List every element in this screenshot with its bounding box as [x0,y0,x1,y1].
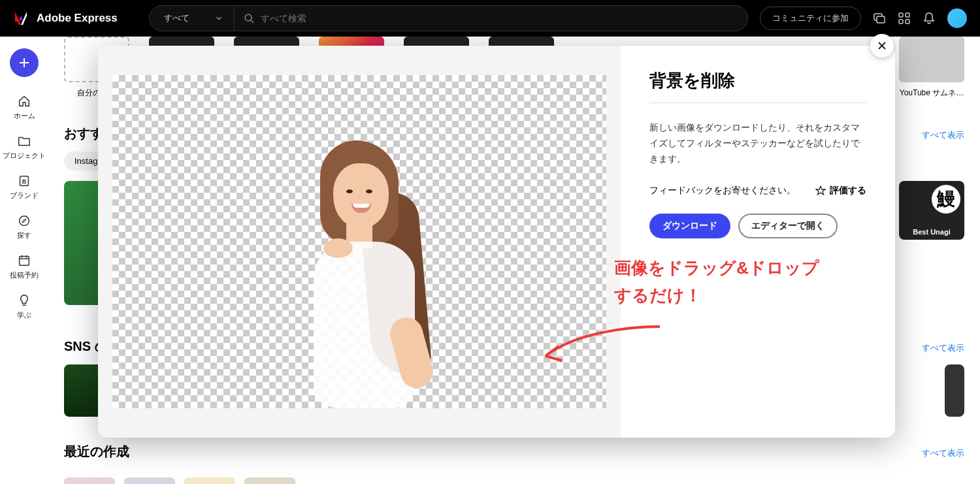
unagi-badge: 鰻 [932,185,960,214]
brand-icon: B [17,174,31,188]
search-bar: すべて [149,5,748,31]
new-button[interactable] [10,48,39,77]
chevron-down-icon [216,15,222,22]
unagi-caption: Best Unagi [913,228,950,236]
search-input-wrap [235,13,747,24]
person-cutout [287,127,431,408]
sidebar-item-label: プロジェクト [3,151,46,161]
view-all-link[interactable]: すべて表示 [922,129,964,141]
search-scope-label: すべて [164,12,189,24]
svg-rect-6 [899,20,903,24]
sidebar-item-label: ホーム [14,111,35,121]
sidebar-item-label: 学ぶ [17,310,31,320]
brand-logo[interactable]: Adobe Express [13,10,118,26]
adobe-logo-icon [13,10,29,26]
modal-title: 背景を削除 [649,69,866,92]
svg-line-1 [251,20,253,23]
recent-row [64,477,964,484]
join-community-button[interactable]: コミュニティに参加 [760,7,861,30]
open-in-editor-button[interactable]: エディターで開く [738,214,838,238]
lightbulb-icon [17,293,31,308]
sidebar-item-home[interactable]: ホーム [0,89,48,126]
sidebar-item-explore[interactable]: 探す [0,208,48,246]
sidebar-item-projects[interactable]: プロジェクト [0,129,48,166]
sidebar-item-brand[interactable]: B ブランド [0,169,48,206]
remove-background-modal: 背景を削除 新しい画像をダウンロードしたり、それをカスタマイズしてフィルターやス… [98,46,895,438]
template-card[interactable] [64,364,103,417]
svg-rect-5 [906,13,909,17]
template-youtube[interactable]: YouTube サムネ… [899,37,964,99]
home-icon [17,94,31,108]
folder-icon [17,134,31,148]
notifications-icon[interactable] [923,12,936,25]
sidebar-item-learn[interactable]: 学ぶ [0,288,48,325]
template-thumb [899,37,964,82]
view-all-link[interactable]: すべて表示 [922,342,964,354]
sidebar-item-label: 探す [17,231,31,240]
sidebar-item-label: ブランド [10,191,39,201]
divider [649,103,866,103]
compass-icon [17,214,31,228]
top-bar: Adobe Express すべて コミュニティに参加 [0,0,980,37]
chat-icon[interactable] [873,12,886,25]
template-card[interactable]: 鰻 Best Unagi [899,181,964,240]
sidebar-item-label: 投稿予約 [10,270,39,280]
svg-point-0 [245,14,252,21]
recent-card[interactable] [124,477,175,484]
star-icon [815,186,826,196]
section-title-recommend: おすす [64,125,103,142]
svg-point-12 [20,216,29,226]
apps-grid-icon[interactable] [898,12,911,25]
recent-card[interactable] [244,477,295,484]
view-all-link[interactable]: すべて表示 [922,447,964,459]
modal-preview-area[interactable] [98,46,621,438]
svg-rect-13 [20,257,29,266]
rate-label: 評価する [830,185,866,197]
feedback-prompt: フィードバックをお寄せください。 [649,185,796,197]
sidebar: ホーム プロジェクト B ブランド 探す 投稿予約 学ぶ [0,37,48,484]
download-button[interactable]: ダウンロード [649,214,730,238]
modal-sidebar: 背景を削除 新しい画像をダウンロードしたり、それをカスタマイズしてフィルターやス… [621,46,895,438]
sidebar-item-schedule[interactable]: 投稿予約 [0,248,48,285]
svg-rect-4 [899,13,903,17]
section-title-recent: 最近の作成 [64,443,129,460]
search-input[interactable] [261,13,738,24]
rate-link[interactable]: 評価する [815,185,866,197]
template-card[interactable] [945,364,964,417]
svg-rect-7 [906,20,909,24]
recent-card[interactable] [184,477,235,484]
modal-close-button[interactable] [870,34,894,57]
close-icon [877,40,887,51]
template-label: YouTube サムネ… [900,88,964,99]
svg-text:B: B [22,178,27,185]
plus-icon [18,56,31,69]
user-avatar[interactable] [947,8,967,28]
svg-rect-3 [877,16,885,23]
search-icon [244,13,254,24]
modal-description: 新しい画像をダウンロードしたり、それをカスタマイズしてフィルターやステッカーなど… [649,120,866,167]
recent-card[interactable] [64,477,115,484]
transparent-checker [112,75,606,408]
calendar-icon [17,253,31,268]
brand-name: Adobe Express [37,12,118,25]
search-scope-select[interactable]: すべて [150,6,235,31]
